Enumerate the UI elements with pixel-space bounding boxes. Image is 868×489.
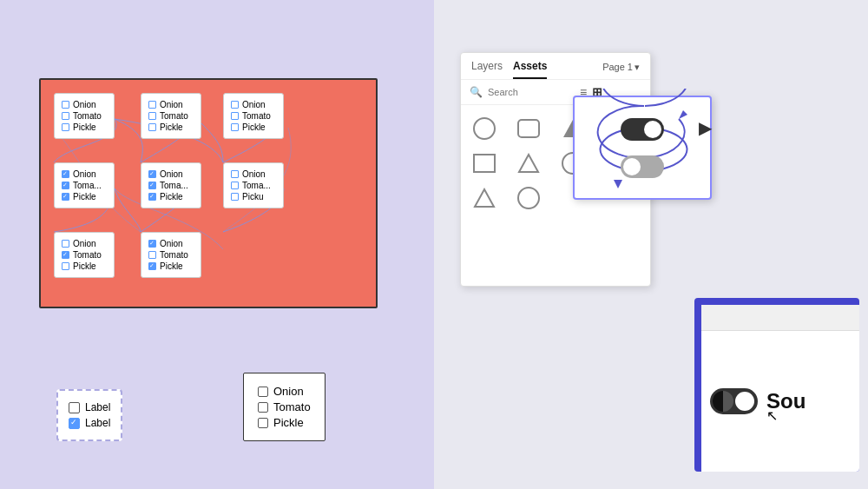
circular-arrows-svg bbox=[566, 89, 722, 210]
standalone-cb-2[interactable] bbox=[69, 418, 80, 429]
ui-mockup-header bbox=[701, 305, 859, 331]
standalone-checkbox-card-left: Label Label bbox=[56, 389, 122, 441]
card-r1-c3: Onion Tomato Pickle bbox=[223, 93, 284, 139]
chevron-down-icon: ▾ bbox=[635, 62, 640, 73]
right-panel: Layers Assets Page 1 ▾ 🔍 ≡ ⊞ bbox=[434, 0, 868, 489]
cb-onion-r1c1 bbox=[62, 101, 69, 109]
cb-tomato-r2c3 bbox=[231, 182, 239, 189]
card-r2-c3: Onion Toma... Picku bbox=[223, 162, 284, 208]
search-icon: 🔍 bbox=[470, 86, 483, 98]
standalone-checkbox-card-right: Onion Tomato Pickle bbox=[243, 373, 326, 441]
cb-tomato-r2c1 bbox=[62, 182, 69, 189]
standalone-label-pickle: Pickle bbox=[273, 416, 304, 429]
shape-circle-1[interactable] bbox=[471, 116, 497, 142]
ui-mockup-body: Sou bbox=[701, 331, 859, 472]
cb-tomato-r3c1 bbox=[62, 251, 69, 259]
shape-rect-1[interactable] bbox=[471, 150, 497, 176]
toggle-on[interactable] bbox=[621, 118, 664, 141]
cursor-icon: ▶ bbox=[699, 117, 712, 138]
cb-pickle-r2c1 bbox=[62, 193, 69, 201]
cb-tomato-r1c2 bbox=[148, 112, 156, 120]
card-r3-c1: Onion Tomato Pickle bbox=[54, 232, 115, 278]
shape-circle-3[interactable] bbox=[516, 185, 542, 211]
cb-pickle-r3c1 bbox=[62, 262, 69, 270]
cb-onion-r1c3 bbox=[231, 101, 239, 109]
ui-mockup-toggle[interactable] bbox=[710, 388, 758, 414]
red-canvas: Onion Tomato Pickle Onion Tomato Pickle … bbox=[39, 78, 378, 308]
standalone-label-tomato: Tomato bbox=[273, 400, 311, 413]
left-panel: Onion Tomato Pickle Onion Tomato Pickle … bbox=[0, 0, 434, 489]
cb-tomato-r1c3 bbox=[231, 112, 239, 120]
cb-onion-r2c1 bbox=[62, 170, 69, 178]
cb-onion-r2c2 bbox=[148, 170, 156, 178]
shape-triangle-outline[interactable] bbox=[516, 150, 542, 176]
cb-pickle-r1c3 bbox=[231, 123, 239, 131]
cb-pickle-r3c2 bbox=[148, 262, 156, 270]
svg-marker-0 bbox=[519, 155, 538, 172]
ui-mockup: Sou ↖ bbox=[694, 298, 859, 472]
cb-pickle-r1c2 bbox=[148, 123, 156, 131]
card-r2-c2: Onion Toma... Pickle bbox=[141, 162, 201, 208]
card-r1-c1: Onion Tomato Pickle bbox=[54, 93, 115, 139]
tab-assets[interactable]: Assets bbox=[513, 60, 547, 79]
standalone-cb-tomato[interactable] bbox=[258, 402, 268, 413]
standalone-label-2: Label bbox=[85, 417, 110, 429]
cb-pickle-r1c1 bbox=[62, 123, 69, 131]
search-input[interactable] bbox=[488, 87, 575, 97]
toggle-overlay-card bbox=[573, 96, 712, 200]
toggle-off[interactable] bbox=[621, 155, 664, 178]
cb-onion-r3c1 bbox=[62, 240, 69, 248]
cb-tomato-r3c2 bbox=[148, 251, 156, 259]
standalone-cb-pickle[interactable] bbox=[258, 418, 268, 428]
standalone-cb-onion[interactable] bbox=[258, 387, 268, 397]
cb-pickle-r2c2 bbox=[148, 193, 156, 201]
figma-tabs: Layers Assets Page 1 ▾ bbox=[461, 53, 650, 80]
card-r1-c2: Onion Tomato Pickle bbox=[141, 93, 201, 139]
tab-layers[interactable]: Layers bbox=[471, 60, 503, 79]
cb-tomato-r1c1 bbox=[62, 112, 69, 120]
page-selector[interactable]: Page 1 ▾ bbox=[602, 60, 640, 79]
standalone-label-1: Label bbox=[85, 401, 110, 413]
card-r3-c2: Onion Tomato Pickle bbox=[141, 232, 201, 278]
standalone-cb-1[interactable] bbox=[69, 402, 80, 413]
cb-onion-r1c2 bbox=[148, 101, 156, 109]
card-r2-c1: Onion Toma... Pickle bbox=[54, 162, 115, 208]
svg-marker-1 bbox=[475, 189, 494, 207]
svg-marker-3 bbox=[614, 180, 622, 188]
shape-rounded-rect-1[interactable] bbox=[516, 116, 542, 142]
cb-pickle-r2c3 bbox=[231, 193, 239, 201]
standalone-label-onion: Onion bbox=[273, 385, 304, 398]
svg-marker-2 bbox=[679, 110, 687, 119]
cb-onion-r3c2 bbox=[148, 240, 156, 248]
cb-tomato-r2c2 bbox=[148, 182, 156, 189]
cb-onion-r2c3 bbox=[231, 170, 239, 178]
shape-triangle-2[interactable] bbox=[471, 185, 497, 211]
ui-mockup-inner: Sou ↖ bbox=[701, 305, 859, 472]
ui-mockup-cursor-icon: ↖ bbox=[766, 407, 778, 424]
